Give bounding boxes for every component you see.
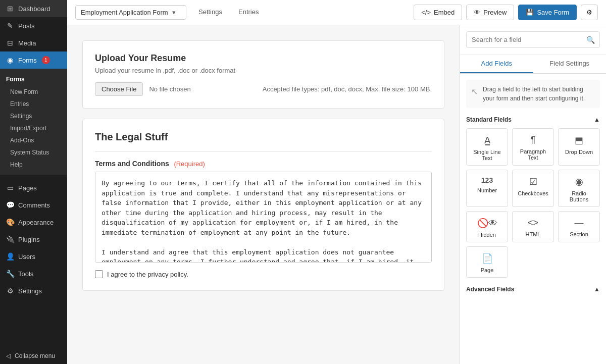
sidebar-item-forms[interactable]: ◉ Forms 1 <box>0 51 67 69</box>
legal-heading: The Legal Stuff <box>95 131 432 143</box>
terms-textarea[interactable] <box>95 172 432 263</box>
sidebar-item-system-status[interactable]: System Status <box>0 146 67 159</box>
panel-content: ↖ Drag a field to the left to start buil… <box>460 74 606 364</box>
advanced-fields-label: Advanced Fields <box>466 286 514 293</box>
sidebar-item-label: Plugins <box>18 236 40 243</box>
form-selector[interactable]: Employment Application Form ▾ <box>75 5 186 20</box>
sidebar-item-entries[interactable]: Entries <box>0 98 67 110</box>
search-input[interactable] <box>466 31 600 48</box>
sidebar-item-label: Tools <box>18 270 33 278</box>
tab-field-settings[interactable]: Field Settings <box>533 55 607 73</box>
tab-add-fields[interactable]: Add Fields <box>460 55 533 73</box>
forms-icon: ◉ <box>6 56 14 64</box>
form-selector-name: Employment Application Form <box>81 9 168 16</box>
privacy-policy-row: I agree to the privacy policy. <box>95 270 432 278</box>
embed-button[interactable]: </> Embed <box>414 5 462 20</box>
preview-button[interactable]: 👁 Preview <box>466 5 514 20</box>
sidebar-item-label: Appearance <box>18 219 54 226</box>
sidebar-item-label: Dashboard <box>18 5 50 13</box>
field-label: Page <box>481 267 494 273</box>
advanced-fields-header: Advanced Fields ▲ <box>466 286 600 293</box>
section-icon: — <box>575 218 584 228</box>
field-html[interactable]: <> HTML <box>512 211 554 242</box>
posts-icon: ✎ <box>6 22 14 30</box>
sidebar-item-label: Media <box>18 39 36 47</box>
field-radio-buttons[interactable]: ◉ Radio Buttons <box>558 170 600 207</box>
field-number[interactable]: 123 Number <box>466 170 508 207</box>
tab-settings[interactable]: Settings <box>190 1 230 24</box>
sidebar-item-plugins[interactable]: 🔌 Plugins <box>0 231 67 248</box>
resume-title: Upload Your Resume <box>95 53 432 64</box>
dashboard-icon: ⊞ <box>6 5 14 13</box>
privacy-policy-label: I agree to the privacy policy. <box>107 271 188 278</box>
field-drop-down[interactable]: ⬒ Drop Down <box>558 128 600 166</box>
search-icon: 🔍 <box>586 36 595 44</box>
sidebar-item-label: Comments <box>18 201 50 209</box>
pages-icon: ▭ <box>6 184 14 192</box>
field-section[interactable]: — Section <box>558 211 600 242</box>
resume-section: Upload Your Resume Upload your resume in… <box>82 40 444 109</box>
field-page[interactable]: 📄 Page <box>466 246 508 278</box>
field-label: HTML <box>526 231 541 237</box>
section-separator <box>95 151 432 151</box>
field-single-line-text[interactable]: A̲ Single Line Text <box>466 128 508 166</box>
sidebar-item-settings[interactable]: ⚙ Settings <box>0 282 67 299</box>
field-checkboxes[interactable]: ☑ Checkboxes <box>512 170 554 207</box>
resume-subtitle: Upload your resume in .pdf, .doc or .doc… <box>95 67 432 74</box>
settings-icon: ⚙ <box>6 287 14 295</box>
drag-hint: ↖ Drag a field to the left to start buil… <box>466 80 600 108</box>
html-icon: <> <box>528 218 538 228</box>
standard-fields-label: Standard Fields <box>466 116 512 123</box>
field-paragraph-text[interactable]: ¶ Paragraph Text <box>512 128 554 166</box>
sidebar-item-add-ons[interactable]: Add-Ons <box>0 134 67 146</box>
sidebar-item-new-form[interactable]: New Form <box>0 86 67 98</box>
field-label: Hidden <box>478 232 496 238</box>
field-label: Number <box>477 187 497 193</box>
sidebar-item-dashboard[interactable]: ⊞ Dashboard <box>0 0 67 17</box>
sidebar-item-users[interactable]: 👤 Users <box>0 248 67 265</box>
forms-submenu-header: Forms <box>0 73 67 86</box>
collapse-label: Collapse menu <box>15 352 55 359</box>
legal-section: The Legal Stuff Terms and Conditions (Re… <box>82 119 444 291</box>
media-icon: ⊟ <box>6 39 14 47</box>
sidebar-item-tools[interactable]: 🔧 Tools <box>0 265 67 282</box>
sidebar-item-comments[interactable]: 💬 Comments <box>0 196 67 214</box>
single-line-text-icon: A̲ <box>484 135 490 146</box>
checkboxes-icon: ☑ <box>529 176 537 187</box>
gear-icon: ⚙ <box>586 9 592 16</box>
sidebar-item-posts[interactable]: ✎ Posts <box>0 17 67 34</box>
choose-file-button[interactable]: Choose File <box>95 82 143 96</box>
comments-icon: 💬 <box>6 201 14 209</box>
tab-entries[interactable]: Entries <box>230 1 267 24</box>
file-types-info: Accepted file types: pdf, doc, docx, Max… <box>263 85 432 93</box>
sidebar-item-pages[interactable]: ▭ Pages <box>0 179 67 196</box>
privacy-policy-checkbox[interactable] <box>95 270 103 278</box>
topbar-tabs: Settings Entries <box>190 1 267 24</box>
collapse-advanced-icon[interactable]: ▲ <box>594 286 600 293</box>
sidebar-item-settings[interactable]: Settings <box>0 110 67 122</box>
embed-label: Embed <box>434 9 454 16</box>
preview-label: Preview <box>483 9 507 16</box>
sidebar-item-label: Settings <box>18 287 42 295</box>
sidebar-item-import-export[interactable]: Import/Export <box>0 122 67 134</box>
sidebar-item-media[interactable]: ⊟ Media <box>0 34 67 51</box>
field-label: Drop Down <box>565 149 593 155</box>
preview-icon: 👁 <box>474 9 480 16</box>
sidebar-item-appearance[interactable]: 🎨 Appearance <box>0 214 67 231</box>
right-panel: 🔍 Add Fields Field Settings ↖ Drag a fie… <box>460 25 606 364</box>
paragraph-text-icon: ¶ <box>531 135 536 145</box>
embed-code-icon: </> <box>421 9 431 16</box>
save-form-button[interactable]: 💾 Save Form <box>518 5 577 20</box>
save-icon: 💾 <box>526 9 534 16</box>
collapse-standard-icon[interactable]: ▲ <box>594 116 600 123</box>
field-label: Paragraph Text <box>516 148 550 161</box>
collapse-menu-button[interactable]: ◁ Collapse menu <box>0 348 67 364</box>
sidebar-bottom: ◁ Collapse menu <box>0 348 67 364</box>
sidebar-item-help[interactable]: Help <box>0 159 67 171</box>
field-hidden[interactable]: 🚫👁 Hidden <box>466 211 508 242</box>
gear-button[interactable]: ⚙ <box>581 5 598 20</box>
field-label: Section <box>570 231 588 237</box>
sidebar-item-label: Forms <box>18 57 37 64</box>
sidebar-item-label: Users <box>18 253 35 261</box>
sidebar-item-label: Pages <box>18 184 37 192</box>
